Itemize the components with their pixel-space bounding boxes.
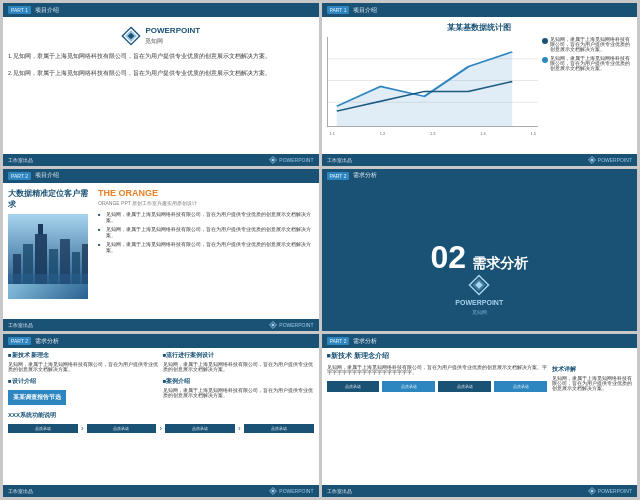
slide3-part: PART 2	[8, 172, 31, 180]
footer-diamond-icon-6	[588, 487, 596, 495]
box-3: 品质承诺	[438, 381, 491, 392]
process-box-1: 品质承诺	[8, 424, 78, 433]
slide3-footer: 工作室出品 POWERPOINT	[3, 319, 319, 331]
slide6-part: PART 2	[327, 337, 350, 345]
slide3-header: PART 2 项目介绍	[3, 169, 319, 183]
slide2-content: 某某基数据统计图 151050	[322, 17, 638, 154]
legend-dot-2	[542, 57, 548, 63]
slide-4: PART 2 需求分析 02 需求分析 POWERPOINT 觅知网	[322, 169, 638, 332]
svg-marker-4	[271, 158, 275, 162]
slide3-layout: 大数据精准定位客户需求	[8, 188, 314, 315]
slide3-header-label: 项目介绍	[35, 171, 59, 180]
slide-2: PART 1 项目介绍 某某基数据统计图 151050	[322, 3, 638, 166]
arrow-2: ›	[159, 424, 162, 433]
slide2-header: PART 1 项目介绍	[322, 3, 638, 17]
process-row: 品质承诺 › 品质承诺 › 品质承诺 › 品质承诺	[8, 424, 314, 433]
footer-diamond-icon-3	[269, 321, 277, 329]
slide4-content: 02 需求分析 POWERPOINT 觅知网	[322, 183, 638, 332]
legend-item-2: 见知网，隶属于上海觅知网络科技有限公司，旨在为用户提供专业优质的创意展示文档解决…	[542, 56, 632, 71]
bullet-item-2: 见知网，隶属于上海觅知网络科技有限公司，旨在为用户提供专业优质的创意展示文档解决…	[98, 225, 314, 240]
svg-rect-15	[38, 224, 43, 234]
svg-marker-29	[590, 489, 594, 493]
slide6-left: 见知网，隶属于上海觅知网络科技有限公司，旨在为用户提供专业优质的创意展示文档解决…	[327, 365, 548, 392]
slide5-header-label: 需求分析	[35, 337, 59, 346]
bullet-item-1: 见知网，隶属于上海觅知网络科技有限公司，旨在为用户提供专业优质的创意展示文档解决…	[98, 210, 314, 225]
chart-legend: 见知网，隶属于上海觅知网络科技有限公司，旨在为用户提供专业优质的创意展示文档解决…	[542, 37, 632, 127]
slide4-part: PART 2	[327, 172, 350, 180]
slide1-logo: POWERPOINT 觅知网	[8, 26, 314, 46]
slide3-right: THE ORANGE ORANGE PPT 原创工作室兴趣实用原创设计 见知网，…	[98, 188, 314, 315]
slide4-number: 02	[430, 241, 466, 273]
arrow-3: ›	[238, 424, 241, 433]
sys-title: XXX系统功能说明	[8, 411, 314, 420]
slide4-logo-sub: 觅知网	[472, 309, 487, 315]
tech-text: 见知网，隶属于上海觅知网络科技有限公司，旨在为用户提供专业优质的创意展示文档解决…	[552, 376, 632, 391]
slide4-number-group: 02 需求分析	[430, 241, 528, 273]
slide6-title: ■新技术 新理念介绍	[327, 351, 633, 361]
slide-1: PART 1 项目介绍 POWERPOINT 觅知网 1.见知网，隶属于上海觅知…	[3, 3, 319, 166]
svg-marker-27	[271, 489, 275, 493]
slide5-content: ■新技术 新理念 见知网，隶属于上海觅知网络科技有限公司，旨在为用户提供专业优质…	[3, 348, 319, 485]
slide-6: PART 2 需求分析 ■新技术 新理念介绍 见知网，隶属于上海觅知网络科技有限…	[322, 334, 638, 497]
slide4-header-label: 需求分析	[353, 171, 377, 180]
slide2-footer-logo: POWERPOINT	[588, 156, 632, 164]
slide2-part: PART 1	[327, 6, 350, 14]
slide2-footer: 工作室出品 POWERPOINT	[322, 154, 638, 166]
slide4-header: PART 2 需求分析	[322, 169, 638, 183]
svg-marker-8	[336, 52, 511, 126]
slide6-footer: 工作室出品 POWERPOINT	[322, 485, 638, 497]
slide5-col2: ■流行进行案例设计 见知网，隶属于上海觅知网络科技有限公司，旨在为用户提供专业优…	[163, 351, 314, 407]
slide-3: PART 2 项目介绍 大数据精准定位客户需求	[3, 169, 319, 332]
slide4-logo-name: POWERPOINT	[455, 299, 503, 306]
orange-title: THE ORANGE	[98, 188, 314, 198]
slide5-part: PART 2	[8, 337, 31, 345]
slide5-col2-title: ■流行进行案例设计	[163, 351, 314, 360]
slide5-footer-logo: POWERPOINT	[269, 487, 313, 495]
slide1-content: POWERPOINT 觅知网 1.见知网，隶属于上海觅知网络科技有限公司，旨在为…	[3, 17, 319, 154]
slide1-header-label: 项目介绍	[35, 6, 59, 15]
slide5-col1-text: 见知网，隶属于上海觅知网络科技有限公司，旨在为用户提供专业优质的创意展示文档解决…	[8, 362, 159, 372]
chart-title: 某某基数据统计图	[327, 22, 633, 33]
slide6-right: 技术详解 见知网，隶属于上海觅知网络科技有限公司，旨在为用户提供专业优质的创意展…	[552, 365, 632, 392]
slide6-footer-logo: POWERPOINT	[588, 487, 632, 495]
chart-box: 151050 1.11.21.31.41.5	[327, 37, 539, 127]
process-box-3: 品质承诺	[165, 424, 235, 433]
box-4: 品质承诺	[494, 381, 547, 392]
slide1-header: PART 1 项目介绍	[3, 3, 319, 17]
footer-diamond-icon	[269, 156, 277, 164]
slide5-cols: ■新技术 新理念 见知网，隶属于上海觅知网络科技有限公司，旨在为用户提供专业优质…	[8, 351, 314, 407]
slide3-content: 大数据精准定位客户需求	[3, 183, 319, 320]
slide4-logo-bottom: POWERPOINT 觅知网	[455, 274, 503, 315]
slide-5: PART 2 需求分析 ■新技术 新理念 见知网，隶属于上海觅知网络科技有限公司…	[3, 334, 319, 497]
svg-marker-22	[271, 323, 275, 327]
arrow-1: ›	[81, 424, 84, 433]
process-box-4: 品质承诺	[244, 424, 314, 433]
slide6-boxes: 品质承诺 品质承诺 品质承诺 品质承诺	[327, 381, 548, 392]
process-box-2: 品质承诺	[87, 424, 157, 433]
svg-rect-20	[8, 274, 88, 284]
slide2-header-label: 项目介绍	[353, 6, 377, 15]
legend-item-1: 见知网，隶属于上海觅知网络科技有限公司，旨在为用户提供专业优质的创意展示文档解决…	[542, 37, 632, 52]
box-1: 品质承诺	[327, 381, 380, 392]
slide5-footer: 工作室出品 POWERPOINT	[3, 485, 319, 497]
slide5-col3-title: ■设计介绍	[8, 377, 159, 386]
slide6-header-label: 需求分析	[353, 337, 377, 346]
slide1-part: PART 1	[8, 6, 31, 14]
diamond-icon	[121, 26, 141, 46]
bullet-item-3: 见知网，隶属于上海觅知网络科技有限公司，旨在为用户提供专业优质的创意展示文档解决…	[98, 240, 314, 255]
slide4-diamond-icon	[468, 274, 490, 296]
tech-title: 技术详解	[552, 365, 632, 374]
orange-subtitle: ORANGE PPT 原创工作室兴趣实用原创设计	[98, 200, 314, 206]
slide1-footer-logo: POWERPOINT	[269, 156, 313, 164]
slide3-section-title: 大数据精准定位客户需求	[8, 188, 93, 210]
slide5-header: PART 2 需求分析	[3, 334, 319, 348]
highlight-box: 某某调查报告节选	[8, 390, 66, 405]
slide3-image	[8, 214, 88, 299]
slide1-body: 1.见知网，隶属于上海觅知网络科技有限公司，旨在为用户提供专业优质的创意展示文档…	[8, 52, 314, 77]
footer-diamond-icon-2	[588, 156, 596, 164]
slide3-footer-logo: POWERPOINT	[269, 321, 313, 329]
slide6-header: PART 2 需求分析	[322, 334, 638, 348]
legend-dot-1	[542, 38, 548, 44]
chart-area: 151050 1.11.21.31.41.5	[327, 37, 633, 127]
city-skyline-icon	[8, 214, 88, 284]
